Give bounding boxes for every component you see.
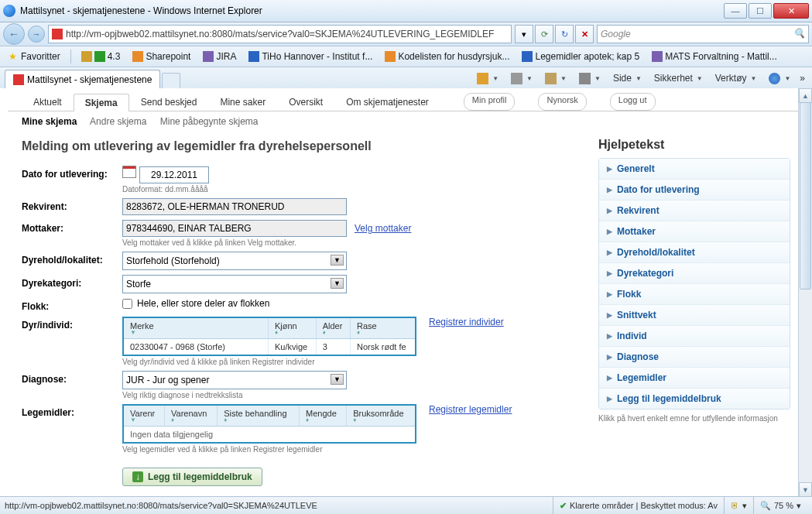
help-item-legemidler[interactable]: ▶Legemidler (599, 368, 790, 389)
rss-icon (511, 73, 522, 84)
select-dyrehold[interactable]: Storfehold (Storfehold) (122, 252, 347, 270)
tab-omskjema[interactable]: Om skjematjenester (334, 93, 440, 111)
label-dyrindivid: Dyr/individ: (22, 317, 122, 366)
status-url: http://vm-opjbweb02.mattilsynet.no:8080/… (5, 501, 553, 510)
help-item-dato[interactable]: ▶Dato for utlevering (599, 180, 790, 200)
fav-item-sharepoint[interactable]: Sharepoint (128, 49, 194, 64)
tab-sendbeskjed[interactable]: Send beskjed (129, 93, 209, 111)
table-dyrindivid: Merke▼ Kjønn♦ Alder♦ Rase♦ 02330047 - 09… (122, 317, 416, 356)
print-icon (579, 73, 591, 84)
label-flokk: Flokk: (22, 298, 122, 312)
link-nynorsk[interactable]: Nynorsk (538, 93, 586, 111)
subtab-andreskjema[interactable]: Andre skjema (90, 116, 146, 127)
table-row-empty: Ingen data tilgjengelig (123, 427, 416, 444)
select-diagnose[interactable]: JUR - Jur og spener (122, 371, 347, 389)
status-zoom[interactable]: 🔍75 % ▾ (753, 497, 807, 514)
new-tab-button[interactable] (162, 73, 180, 89)
triangle-icon: ▶ (607, 395, 612, 403)
page-icon (385, 51, 396, 62)
checkbox-flokk[interactable]: Hele, eller store deler av flokken (122, 298, 583, 309)
address-bar[interactable]: http://vm-opjbweb02.mattilsynet.no:8080/… (48, 25, 512, 43)
col-varenr[interactable]: Varenr▼ (123, 405, 165, 427)
fav-item-43[interactable]: 4.3 (77, 49, 125, 64)
col-varenavn[interactable]: Varenavn♦ (165, 405, 218, 427)
help-item-individ[interactable]: ▶Individ (599, 326, 790, 347)
address-dropdown[interactable]: ▾ (515, 25, 533, 43)
col-rase[interactable]: Rase♦ (351, 317, 416, 339)
help-item-diagnose[interactable]: ▶Diagnose (599, 347, 790, 368)
home-button[interactable]: ▼ (471, 69, 504, 87)
help-item-generelt[interactable]: ▶Generelt (599, 159, 790, 180)
fav-item-jira[interactable]: JIRA (199, 49, 240, 64)
link-registrer-legemidler[interactable]: Registrer legemidler (429, 404, 512, 415)
tab-skjema[interactable]: Skjema (74, 94, 129, 111)
help-item-rekvirent[interactable]: ▶Rekvirent (599, 200, 790, 221)
compat-view-button[interactable]: ⟳ (535, 25, 553, 43)
window-title: Mattilsynet - skjematjenestene - Windows… (20, 5, 724, 16)
chevron-button[interactable]: » (797, 69, 807, 87)
subtab-paabegynte[interactable]: Mine påbegynte skjema (160, 116, 259, 127)
search-icon[interactable]: 🔍 (793, 28, 805, 39)
page-menu[interactable]: Side▼ (608, 69, 647, 87)
maximize-button[interactable]: ☐ (749, 3, 772, 19)
col-kjonn[interactable]: Kjønn♦ (269, 317, 317, 339)
triangle-icon: ▶ (607, 374, 612, 382)
fav-item-legemidler[interactable]: Legemidler apotek; kap 5 (518, 49, 643, 64)
feeds-button[interactable]: ▼ (505, 69, 538, 87)
input-dato[interactable] (139, 166, 209, 183)
col-merke[interactable]: Merke▼ (123, 317, 269, 339)
fav-item-kodelisten[interactable]: Kodelisten for husdyrsjuk... (381, 49, 513, 64)
mail-icon (545, 73, 557, 84)
tab-oversikt[interactable]: Oversikt (277, 93, 334, 111)
browser-tab[interactable]: Mattilsynet - skjematjenestene (5, 70, 160, 89)
sharepoint-icon (132, 51, 143, 62)
table-row[interactable]: 02330047 - 0968 (Storfe) Ku/kvige 3 Nors… (123, 339, 416, 356)
col-bruksomrade[interactable]: Bruksområde♦ (347, 405, 416, 427)
readmail-button[interactable]: ▼ (540, 69, 572, 87)
help-item-dyrekategori[interactable]: ▶Dyrekategori (599, 263, 790, 284)
page-icon (652, 51, 663, 62)
minimize-button[interactable]: — (724, 3, 747, 19)
help-item-mottaker[interactable]: ▶Mottaker (599, 221, 790, 242)
refresh-button[interactable]: ↻ (555, 25, 574, 43)
scroll-up-button[interactable]: ▲ (799, 88, 812, 103)
calendar-icon[interactable] (122, 166, 136, 178)
col-siste[interactable]: Siste behandling♦ (218, 405, 300, 427)
scroll-down-button[interactable]: ▼ (799, 482, 812, 497)
close-button[interactable]: ✕ (773, 3, 809, 19)
help-item-dyrehold[interactable]: ▶Dyrehold/lokalitet (599, 242, 790, 263)
help-item-flokk[interactable]: ▶Flokk (599, 284, 790, 305)
search-box[interactable]: Google 🔍 (597, 25, 809, 43)
link-loggut[interactable]: Logg ut (610, 93, 656, 111)
forward-button[interactable]: → (28, 26, 45, 43)
print-button[interactable]: ▼ (574, 69, 606, 87)
status-protected-dropdown[interactable]: ⛨▾ (724, 497, 753, 514)
link-velgmottaker[interactable]: Velg mottaker (355, 223, 411, 234)
col-alder[interactable]: Alder♦ (316, 317, 350, 339)
help-item-snittvekt[interactable]: ▶Snittvekt (599, 305, 790, 326)
safety-menu[interactable]: Sikkerhet▼ (649, 69, 708, 87)
tools-menu[interactable]: Verktøy▼ (710, 69, 762, 87)
page-content: Aktuelt Skjema Send beskjed Mine saker O… (0, 88, 812, 497)
help-button[interactable]: ▼ (763, 69, 796, 87)
subtab-mineskjema[interactable]: Mine skjema (22, 116, 77, 127)
stop-button[interactable]: ✕ (575, 25, 594, 43)
input-mottaker (122, 220, 347, 237)
fav-item-mats[interactable]: MATS Forvaltning - Mattil... (648, 49, 780, 64)
favorites-button[interactable]: ★Favoritter (5, 49, 64, 64)
input-rekvirent (122, 198, 347, 215)
scroll-thumb[interactable] (800, 102, 811, 290)
fav-item-tiho[interactable]: TiHo Hannover - Institut f... (245, 49, 376, 64)
link-registrer-individer[interactable]: Registrer individer (429, 317, 504, 327)
app-tabs: Aktuelt Skjema Send beskjed Mine saker O… (22, 93, 790, 111)
col-mengde[interactable]: Mengde♦ (300, 405, 347, 427)
help-item-leggtil[interactable]: ▶Legg til legemiddelbruk (599, 389, 790, 409)
tab-aktuelt[interactable]: Aktuelt (22, 93, 74, 111)
button-leggtil-legemiddelbruk[interactable]: ↓ Legg til legemiddelbruk (122, 468, 262, 486)
tab-minesaker[interactable]: Mine saker (208, 93, 277, 111)
select-dyrekategori[interactable]: Storfe (122, 275, 347, 293)
back-button[interactable]: ← (3, 23, 25, 45)
table-legemidler: Varenr▼ Varenavn♦ Siste behandling♦ Meng… (122, 404, 416, 444)
page-scrollbar[interactable]: ▲ ▼ (798, 88, 812, 497)
link-minprofil[interactable]: Min profil (464, 93, 516, 111)
